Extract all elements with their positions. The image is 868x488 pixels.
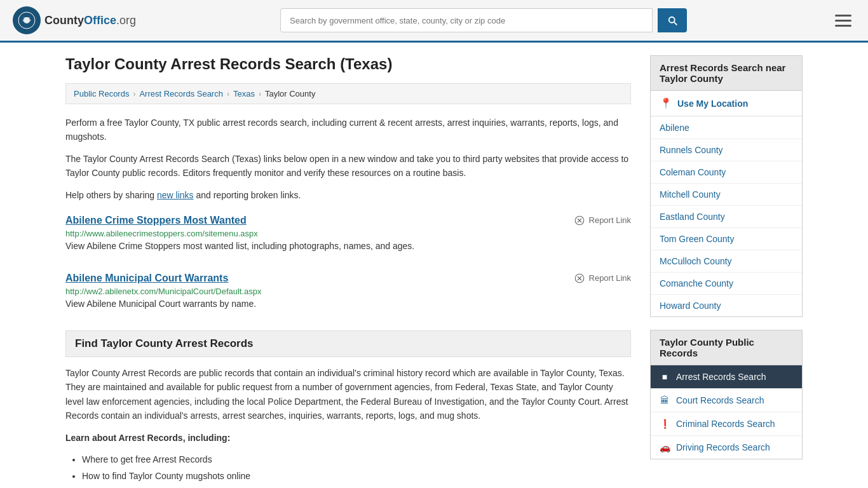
list-item: Eastland County xyxy=(651,206,802,228)
breadcrumb-arrest-records[interactable]: Arrest Records Search xyxy=(139,89,223,98)
nearby-link[interactable]: Runnels County xyxy=(651,139,802,161)
location-icon: 📍 xyxy=(660,97,672,109)
list-item: McCulloch County xyxy=(651,250,802,273)
logo-icon xyxy=(13,6,41,34)
arrest-icon: ■ xyxy=(660,372,670,382)
pr-list-item: ❗ Criminal Records Search xyxy=(651,412,802,436)
pr-link-arrest[interactable]: ■ Arrest Records Search xyxy=(651,365,802,388)
site-header: CountyOffice.org xyxy=(0,0,868,43)
record-title-row: Abilene Crime Stoppers Most Wanted Repor… xyxy=(65,215,631,226)
breadcrumb-current: Taylor County xyxy=(265,89,315,98)
logo-area: CountyOffice.org xyxy=(13,6,136,34)
menu-line xyxy=(835,20,851,22)
nearby-link[interactable]: Tom Green County xyxy=(651,228,802,250)
logo-text: CountyOffice.org xyxy=(44,14,136,27)
nearby-link[interactable]: Comanche County xyxy=(651,273,802,294)
public-records-section: Taylor County Public Records ■ Arrest Re… xyxy=(650,330,803,459)
list-item: Abilene xyxy=(651,117,802,139)
pr-link-driving[interactable]: 🚗 Driving Records Search xyxy=(651,436,802,459)
nearby-title: Arrest Records Search near Taylor County xyxy=(650,55,803,91)
find-section: Find Taylor County Arrest Records Taylor… xyxy=(65,330,631,488)
nearby-section: Arrest Records Search near Taylor County… xyxy=(650,55,803,317)
nearby-link[interactable]: Mitchell County xyxy=(651,184,802,205)
list-item: Mitchell County xyxy=(651,184,802,206)
search-input[interactable] xyxy=(280,8,653,32)
page-title: Taylor County Arrest Records Search (Tex… xyxy=(65,55,631,73)
search-icon xyxy=(667,15,678,26)
pr-link-criminal[interactable]: ❗ Criminal Records Search xyxy=(651,412,802,435)
pr-list-item: ■ Arrest Records Search xyxy=(651,365,802,389)
report-icon xyxy=(574,273,585,284)
nearby-link[interactable]: Howard County xyxy=(651,295,802,316)
list-item: Comanche County xyxy=(651,273,802,295)
public-records-list: ■ Arrest Records Search 🏛 Court Records … xyxy=(650,365,803,459)
nearby-link[interactable]: Abilene xyxy=(651,117,802,139)
breadcrumb-sep: › xyxy=(227,90,229,98)
record-item: Abilene Crime Stoppers Most Wanted Repor… xyxy=(65,215,631,257)
nearby-link[interactable]: Coleman County xyxy=(651,161,802,183)
list-item: Howard County xyxy=(651,295,802,316)
learn-list: Where to get free Arrest Records How to … xyxy=(65,452,631,488)
report-icon xyxy=(574,215,585,226)
breadcrumb: Public Records › Arrest Records Search ›… xyxy=(65,83,631,104)
search-area xyxy=(280,8,687,32)
nearby-link[interactable]: McCulloch County xyxy=(651,250,802,272)
use-my-location-btn[interactable]: 📍 Use My Location xyxy=(651,91,802,116)
records-list: Abilene Crime Stoppers Most Wanted Repor… xyxy=(65,215,631,315)
breadcrumb-public-records[interactable]: Public Records xyxy=(74,89,129,98)
list-item: How to find Taylor County mugshots onlin… xyxy=(82,469,631,483)
nearby-list: 📍 Use My Location Abilene Runnels County… xyxy=(650,91,803,317)
public-records-title: Taylor County Public Records xyxy=(650,330,803,365)
breadcrumb-sep: › xyxy=(259,90,261,98)
list-item: Coleman County xyxy=(651,161,802,184)
learn-title: Learn about Arrest Records, including: xyxy=(65,431,631,445)
record-desc: View Abilene Crime Stoppers most wanted … xyxy=(65,241,631,251)
record-title-link[interactable]: Abilene Municipal Court Warrants xyxy=(65,273,228,284)
description-para1: Perform a free Taylor County, TX public … xyxy=(65,116,631,144)
record-url: http://ww2.abilenetx.com/MunicipalCourt/… xyxy=(65,287,631,296)
report-link-button[interactable]: Report Link xyxy=(574,273,631,284)
record-url: http://www.abilenecrimestoppers.com/site… xyxy=(65,229,631,238)
list-item: Runnels County xyxy=(651,139,802,161)
report-link-button[interactable]: Report Link xyxy=(574,215,631,226)
description-section: Perform a free Taylor County, TX public … xyxy=(65,116,631,202)
record-item: Abilene Municipal Court Warrants Report … xyxy=(65,273,631,315)
use-my-location-item: 📍 Use My Location xyxy=(651,91,802,117)
find-section-header: Find Taylor County Arrest Records xyxy=(65,330,631,357)
nearby-link[interactable]: Eastland County xyxy=(651,206,802,227)
court-icon: 🏛 xyxy=(660,395,670,405)
pr-link-court[interactable]: 🏛 Court Records Search xyxy=(651,389,802,412)
list-item: Where to get free Arrest Records xyxy=(82,452,631,466)
list-item: Tom Green County xyxy=(651,228,802,250)
pr-list-item: 🏛 Court Records Search xyxy=(651,389,802,412)
menu-line xyxy=(835,25,851,27)
new-links-link[interactable]: new links xyxy=(157,190,194,200)
record-title-link[interactable]: Abilene Crime Stoppers Most Wanted xyxy=(65,215,247,226)
pr-list-item: 🚗 Driving Records Search xyxy=(651,436,802,459)
menu-line xyxy=(835,15,851,17)
search-button[interactable] xyxy=(658,8,687,32)
description-para2: The Taylor County Arrest Records Search … xyxy=(65,152,631,180)
main-container: Taylor County Arrest Records Search (Tex… xyxy=(53,43,815,488)
content-area: Taylor County Arrest Records Search (Tex… xyxy=(65,55,631,488)
sidebar: Arrest Records Search near Taylor County… xyxy=(650,55,803,488)
record-desc: View Abilene Municipal Court warrants by… xyxy=(65,299,631,309)
menu-button[interactable] xyxy=(831,11,855,30)
breadcrumb-sep: › xyxy=(133,90,135,98)
description-para3: Help others by sharing new links and rep… xyxy=(65,188,631,202)
find-section-para: Taylor County Arrest Records are public … xyxy=(65,366,631,423)
criminal-icon: ❗ xyxy=(660,419,670,429)
driving-icon: 🚗 xyxy=(660,442,670,452)
record-title-row: Abilene Municipal Court Warrants Report … xyxy=(65,273,631,284)
breadcrumb-texas[interactable]: Texas xyxy=(233,89,255,98)
